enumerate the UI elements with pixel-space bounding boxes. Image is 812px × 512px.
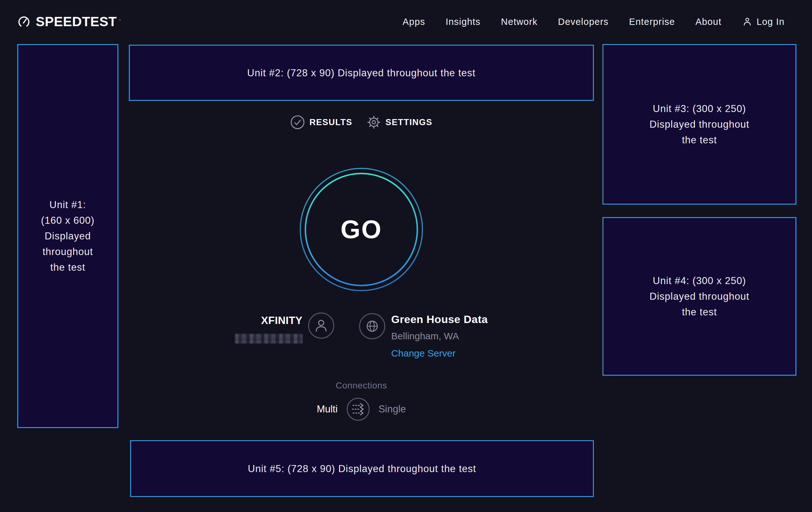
top-nav: SPEEDTEST ’ Apps Insights Network Develo… [0, 0, 812, 44]
connection-info: XFINITY Green House Da [129, 312, 594, 359]
ad-unit-5: Unit #5: (728 x 90) Displayed throughout… [130, 440, 594, 497]
ip-address-blurred [235, 334, 303, 344]
tab-settings[interactable]: SETTINGS [367, 115, 433, 130]
login-label: Log In [756, 17, 785, 27]
tab-results[interactable]: RESULTS [290, 115, 352, 130]
ad-text-line: Unit #2: (728 x 90) Displayed throughout… [247, 65, 475, 81]
speedometer-gauge-icon [17, 15, 31, 28]
connections-option-single[interactable]: Single [379, 403, 406, 415]
results-tab-label: RESULTS [309, 117, 352, 127]
globe-icon [359, 313, 385, 340]
multi-arrows-toggle-icon[interactable] [346, 397, 370, 421]
connections-option-multi[interactable]: Multi [317, 403, 338, 415]
server-name: Green House Data [391, 312, 488, 326]
isp-text: XFINITY [235, 314, 303, 344]
ad-text-line: Displayed throughout [650, 116, 750, 132]
ad-unit-4: Unit #4: (300 x 250) Displayed throughou… [603, 217, 796, 376]
primary-nav: Apps Insights Network Developers Enterpr… [403, 16, 785, 27]
logo-wordmark: SPEEDTEST [36, 14, 117, 29]
server-location: Bellingham, WA [391, 331, 459, 342]
gear-icon [367, 115, 381, 130]
isp-block: XFINITY [235, 312, 335, 359]
ad-text-line: the test [50, 260, 85, 275]
ad-text-line: Displayed [45, 228, 91, 244]
ad-unit-1: Unit #1: (160 x 600) Displayed throughou… [17, 44, 118, 428]
speedtest-page: SPEEDTEST ’ Apps Insights Network Develo… [0, 0, 812, 512]
speedtest-logo[interactable]: SPEEDTEST ’ [17, 14, 121, 29]
ad-text-line: Unit #4: (300 x 250) [653, 273, 746, 289]
person-icon [742, 16, 753, 27]
nav-insights[interactable]: Insights [445, 17, 481, 27]
nav-apps[interactable]: Apps [403, 17, 425, 27]
connections-toggle-row: Multi Single [317, 397, 406, 421]
check-circle-icon [290, 115, 305, 130]
server-block: Green House Data Bellingham, WA Change S… [359, 312, 488, 359]
ad-text-line: the test [682, 132, 717, 148]
ad-text-line: Unit #3: (300 x 250) [653, 101, 746, 116]
nav-network[interactable]: Network [501, 17, 538, 27]
go-button[interactable]: GO [299, 167, 424, 292]
go-label: GO [299, 167, 424, 292]
connections-label: Connections [336, 380, 387, 391]
settings-tab-label: SETTINGS [385, 117, 433, 127]
ad-text-line: (160 x 600) [41, 213, 95, 228]
trademark-mark: ’ [119, 19, 121, 25]
ad-unit-3: Unit #3: (300 x 250) Displayed throughou… [603, 44, 796, 205]
ad-text-line: the test [682, 304, 717, 320]
ad-text-line: throughout [42, 244, 93, 260]
view-tabs: RESULTS SETTINGS [129, 115, 594, 130]
ad-unit-2: Unit #2: (728 x 90) Displayed throughout… [129, 45, 594, 101]
connections-section: Connections Multi Single [129, 380, 594, 421]
nav-developers[interactable]: Developers [558, 17, 609, 27]
isp-name: XFINITY [261, 314, 303, 327]
ad-text-line: Unit #5: (728 x 90) Displayed throughout… [248, 461, 476, 477]
change-server-link[interactable]: Change Server [391, 348, 456, 359]
ad-text-line: Unit #1: [50, 197, 86, 213]
server-text: Green House Data Bellingham, WA Change S… [391, 312, 488, 359]
nav-about[interactable]: About [695, 17, 721, 27]
person-circle-icon [308, 312, 335, 339]
login-button[interactable]: Log In [742, 16, 785, 27]
ad-text-line: Displayed throughout [650, 289, 750, 304]
nav-enterprise[interactable]: Enterprise [629, 17, 675, 27]
